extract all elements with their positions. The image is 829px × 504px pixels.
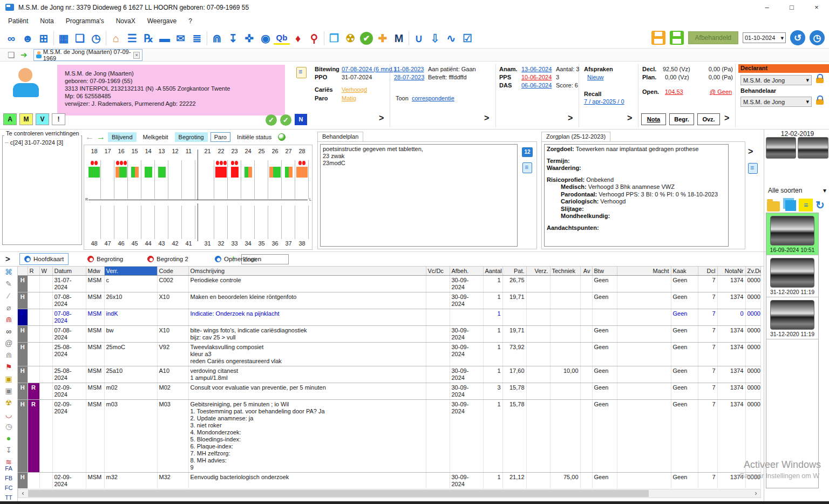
table-cell[interactable]: 25a10 bbox=[104, 366, 157, 383]
table-cell[interactable]: 0000 bbox=[745, 309, 760, 325]
table-cell[interactable]: MSM bbox=[86, 399, 104, 472]
tooth-22[interactable]: 2232 bbox=[214, 145, 228, 250]
declarant-select[interactable]: M.S.M. de Jong▾ bbox=[740, 75, 812, 85]
table-cell[interactable]: 26x10 bbox=[104, 292, 157, 309]
menu-item-nota[interactable]: Nota bbox=[34, 15, 59, 27]
behandelplan-tab[interactable]: Behandelplan bbox=[317, 132, 363, 142]
menu-item-programma-s[interactable]: Programma's bbox=[60, 15, 110, 27]
pps-date-link[interactable]: 10-06-2024 bbox=[521, 74, 552, 80]
table-cell[interactable]: 30-09-2024 bbox=[450, 292, 483, 309]
tooth-21[interactable]: 2131 bbox=[201, 145, 214, 250]
table-cell[interactable] bbox=[617, 292, 671, 309]
table-cell[interactable]: 1 bbox=[483, 399, 502, 472]
table-cell[interactable]: 7 bbox=[698, 342, 717, 366]
patient-flag-a[interactable]: A bbox=[3, 113, 17, 125]
table-cell[interactable]: MSM bbox=[86, 342, 104, 366]
tooth-icon[interactable]: ⋒ bbox=[209, 30, 225, 46]
zorgplan-notes-icon[interactable] bbox=[748, 163, 758, 174]
column-header-Btw[interactable]: Btw bbox=[592, 267, 617, 275]
tooth-caries-icon[interactable]: ⋒ bbox=[2, 314, 15, 325]
table-cell[interactable] bbox=[550, 342, 580, 366]
table-cell[interactable] bbox=[157, 309, 188, 325]
table-cell[interactable]: Geen bbox=[671, 292, 698, 309]
table-cell[interactable] bbox=[617, 472, 671, 488]
xray-thumbnail-left[interactable] bbox=[766, 137, 796, 159]
correspondence-date-link-2[interactable]: 28-07-2023 bbox=[394, 74, 424, 80]
column-header-NotaNr[interactable]: NotaNr bbox=[717, 267, 745, 275]
table-cell[interactable]: MSM bbox=[86, 383, 104, 399]
table-cell[interactable] bbox=[617, 383, 671, 399]
table-cell[interactable]: Geen bbox=[671, 309, 698, 325]
table-cell[interactable] bbox=[39, 366, 52, 383]
table-cell[interactable]: 1374 bbox=[717, 383, 745, 399]
table-cell[interactable]: 07-08-2024 bbox=[52, 292, 86, 309]
correspondence-date-link-1[interactable]: 11-08-2023 bbox=[394, 66, 424, 72]
table-cell[interactable] bbox=[526, 383, 550, 399]
table-cell[interactable] bbox=[580, 399, 592, 472]
tab-begroting[interactable]: Begroting bbox=[83, 253, 127, 265]
table-cell[interactable] bbox=[580, 275, 592, 292]
menu-item-pati-nt[interactable]: Patiënt bbox=[2, 15, 34, 27]
import-icon[interactable]: ⇩ bbox=[427, 30, 443, 46]
table-cell[interactable] bbox=[39, 292, 52, 309]
table-cell[interactable] bbox=[28, 275, 39, 292]
table-cell[interactable]: Geen bbox=[671, 399, 698, 472]
das-date-link[interactable]: 06-06-2024 bbox=[521, 82, 552, 88]
table-cell[interactable] bbox=[426, 342, 450, 366]
table-cell[interactable]: 7 bbox=[698, 309, 717, 325]
column-header-Datum[interactable]: Datum bbox=[52, 267, 86, 275]
table-cell[interactable] bbox=[39, 275, 52, 292]
table-cell[interactable]: X10 bbox=[157, 292, 188, 309]
table-cell[interactable]: m03 bbox=[104, 399, 157, 472]
table-cell[interactable]: H bbox=[18, 325, 28, 342]
table-cell[interactable] bbox=[550, 275, 580, 292]
email-icon[interactable]: ✉ bbox=[173, 30, 189, 46]
qb-icon[interactable]: Qb bbox=[274, 32, 290, 45]
table-cell[interactable] bbox=[39, 383, 52, 399]
column-header-Mdw[interactable]: Mdw bbox=[86, 267, 104, 275]
table-cell[interactable] bbox=[502, 309, 526, 325]
table-cell[interactable]: 1374 bbox=[717, 342, 745, 366]
table-cell[interactable] bbox=[580, 472, 592, 488]
network-icon[interactable]: ⌘ bbox=[2, 267, 15, 277]
table-cell[interactable]: Geen bbox=[671, 325, 698, 342]
column-header-W[interactable]: W bbox=[39, 267, 52, 275]
approved-icon[interactable]: ✔ bbox=[358, 30, 375, 46]
camera-icon[interactable]: ◉ bbox=[257, 30, 274, 46]
nieuw-link[interactable]: Nieuw bbox=[587, 74, 604, 80]
xray-list-item[interactable]: 31-12-2020 11:19 bbox=[766, 297, 818, 339]
table-cell[interactable]: V bbox=[18, 309, 28, 325]
table-cell[interactable] bbox=[526, 399, 550, 472]
chart-mode-melkgebit[interactable]: Melkgebit bbox=[139, 132, 172, 142]
table-cell[interactable]: Periodieke controle bbox=[188, 275, 426, 292]
recall-link[interactable]: 7 / apr-2025 / 0 bbox=[584, 98, 624, 105]
table-cell[interactable]: 1 bbox=[483, 342, 502, 366]
table-cell[interactable] bbox=[426, 275, 450, 292]
table-cell[interactable]: 0000 bbox=[745, 325, 760, 342]
image-list-icon[interactable]: ≡ bbox=[799, 199, 813, 212]
table-cell[interactable]: 25-08-2024 bbox=[52, 366, 86, 383]
afspraken-panel-chevron[interactable]: > bbox=[627, 113, 632, 123]
search-patient-icon[interactable]: ∞ bbox=[3, 30, 19, 46]
column-header-Omschrijving[interactable]: Omschrijving bbox=[188, 267, 426, 275]
table-cell[interactable] bbox=[28, 292, 39, 309]
table-cell[interactable]: 30-09-2024 bbox=[450, 325, 483, 342]
table-cell[interactable]: MSM bbox=[86, 309, 104, 325]
table-cell[interactable]: 1 bbox=[483, 275, 502, 292]
table-cell[interactable]: Geen bbox=[671, 342, 698, 366]
table-cell[interactable]: verdoving citanest 1 ampul/1.8ml bbox=[188, 366, 426, 383]
table-cell[interactable]: Geen bbox=[592, 399, 617, 472]
table-cell[interactable]: R bbox=[28, 383, 39, 399]
tooth-12[interactable]: 1242 bbox=[168, 145, 182, 250]
table-cell[interactable]: Geen bbox=[671, 275, 698, 292]
table-cell[interactable]: m32 bbox=[104, 472, 157, 488]
table-cell[interactable]: 1374 bbox=[717, 399, 745, 472]
tooth-18[interactable]: 1848 bbox=[87, 145, 101, 250]
n-badge[interactable]: N bbox=[295, 114, 307, 125]
close-tab-icon[interactable]: × bbox=[133, 52, 140, 59]
table-cell[interactable]: H bbox=[18, 275, 28, 292]
table-cell[interactable]: Geen bbox=[592, 342, 617, 366]
implant-icon[interactable]: ↧ bbox=[2, 445, 15, 455]
column-header-Code[interactable]: Code bbox=[157, 267, 188, 275]
paro-risk-link[interactable]: Matig bbox=[342, 95, 356, 101]
